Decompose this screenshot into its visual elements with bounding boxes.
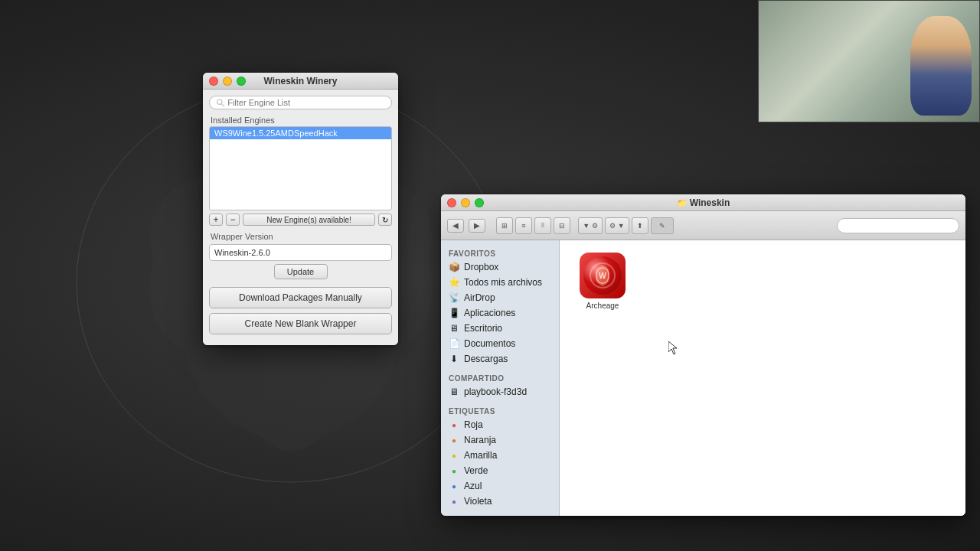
sidebar-item-airdrop[interactable]: 📡 AirDrop bbox=[441, 290, 559, 305]
winery-maximize-btn[interactable] bbox=[237, 77, 246, 86]
engines-section-label: Installed Engines bbox=[209, 116, 392, 125]
finder-toolbar: ◀ ▶ ⊞ ≡ ⫴ ⊟ ▼ ⚙ ⚙ ▼ ⬆ ✎ bbox=[441, 211, 965, 240]
sidebar-label-azul: Azul bbox=[464, 481, 482, 491]
engines-section: Installed Engines WS9Wine1.5.25AMDSpeedH… bbox=[209, 116, 392, 226]
archeage-icon-inner: W bbox=[583, 256, 622, 295]
playbook-icon: 🖥 bbox=[449, 386, 459, 397]
sidebar-section-compartido: COMPARTIDO bbox=[441, 371, 559, 384]
finder-title-bar: 📁Wineskin bbox=[441, 194, 965, 211]
update-btn[interactable]: Update bbox=[274, 264, 328, 279]
winery-traffic-lights bbox=[209, 77, 246, 86]
winery-window: Wineskin Winery Installed Engines WS9Win… bbox=[203, 73, 398, 345]
view-icon-btn[interactable]: ⊞ bbox=[496, 217, 513, 234]
download-packages-btn[interactable]: Download Packages Manually bbox=[209, 287, 392, 308]
sidebar-section-favoritos: FAVORITOS bbox=[441, 246, 559, 259]
sidebar-section-etiquetas: ETIQUETAS bbox=[441, 404, 559, 417]
roja-icon: ● bbox=[449, 419, 459, 430]
finder-arrange-btn[interactable]: ▼ ⚙ bbox=[578, 217, 603, 234]
dropbox-icon: 📦 bbox=[449, 262, 459, 272]
naranja-icon: ● bbox=[449, 435, 459, 445]
sidebar-label-escritorio: Escritorio bbox=[464, 323, 502, 334]
finder-close-btn[interactable] bbox=[447, 198, 456, 207]
sidebar-item-verde[interactable]: ● Verde bbox=[441, 463, 559, 478]
webcam-overlay bbox=[758, 0, 980, 122]
sidebar-label-verde: Verde bbox=[464, 465, 488, 476]
add-engine-btn[interactable]: + bbox=[209, 214, 223, 226]
documentos-icon: 📄 bbox=[449, 338, 459, 349]
version-input[interactable] bbox=[209, 244, 392, 261]
winery-title-bar: Wineskin Winery bbox=[203, 73, 398, 90]
sidebar-item-amarilla[interactable]: ● Amarilla bbox=[441, 448, 559, 463]
sidebar-label-descargas: Descargas bbox=[464, 354, 508, 364]
search-icon bbox=[216, 98, 224, 107]
amarilla-icon: ● bbox=[449, 450, 459, 461]
finder-maximize-btn[interactable] bbox=[475, 198, 484, 207]
remove-engine-btn[interactable]: − bbox=[226, 214, 240, 226]
sidebar-item-aplicaciones[interactable]: 📱 Aplicaciones bbox=[441, 305, 559, 321]
sidebar-item-dropbox[interactable]: 📦 Dropbox bbox=[441, 259, 559, 275]
sidebar-label-documentos: Documentos bbox=[464, 338, 515, 349]
sidebar-item-violeta[interactable]: ● Violeta bbox=[441, 494, 559, 509]
wrapper-version-label: Wrapper Version bbox=[209, 232, 392, 241]
finder-action-buttons: ▼ ⚙ ⚙ ▼ ⬆ ✎ bbox=[578, 217, 674, 234]
sidebar-item-escritorio[interactable]: 🖥 Escritorio bbox=[441, 321, 559, 336]
winery-minimize-btn[interactable] bbox=[223, 77, 232, 86]
file-archeage[interactable]: W Archeage bbox=[572, 253, 633, 310]
sidebar-label-naranja: Naranja bbox=[464, 435, 496, 445]
archeage-icon: W bbox=[580, 253, 626, 298]
winery-close-btn[interactable] bbox=[209, 77, 218, 86]
sidebar-item-playbook[interactable]: 🖥 playbook-f3d3d bbox=[441, 384, 559, 399]
engines-toolbar: + − New Engine(s) available! ↻ bbox=[209, 214, 392, 226]
view-list-btn[interactable]: ≡ bbox=[515, 217, 532, 234]
wineskin-logo-svg: W bbox=[588, 261, 617, 290]
sidebar-label-violeta: Violeta bbox=[464, 496, 492, 507]
engines-list[interactable]: WS9Wine1.5.25AMDSpeedHack bbox=[209, 126, 392, 210]
finder-sidebar: FAVORITOS 📦 Dropbox ⭐ Todos mis archivos… bbox=[441, 240, 560, 516]
winery-body: Installed Engines WS9Wine1.5.25AMDSpeedH… bbox=[203, 90, 398, 345]
finder-share-btn[interactable]: ⬆ bbox=[632, 217, 648, 234]
finder-edit-btn[interactable]: ✎ bbox=[651, 217, 674, 234]
finder-forward-btn[interactable]: ▶ bbox=[469, 219, 485, 233]
finder-main-area: W Archeage bbox=[560, 240, 965, 516]
refresh-btn[interactable]: ↻ bbox=[378, 214, 392, 226]
sidebar-label-roja: Roja bbox=[464, 419, 483, 430]
todos-icon: ⭐ bbox=[449, 277, 459, 288]
finder-window: 📁Wineskin ◀ ▶ ⊞ ≡ ⫴ ⊟ ▼ ⚙ ⚙ ▼ ⬆ ✎ FAVORI… bbox=[441, 194, 965, 516]
escritorio-icon: 🖥 bbox=[449, 323, 459, 334]
svg-line-2 bbox=[221, 104, 224, 106]
sidebar-item-descargas[interactable]: ⬇ Descargas bbox=[441, 351, 559, 367]
create-wrapper-btn[interactable]: Create New Blank Wrapper bbox=[209, 313, 392, 334]
descargas-icon: ⬇ bbox=[449, 354, 459, 364]
archeage-label: Archeage bbox=[586, 302, 619, 310]
finder-back-btn[interactable]: ◀ bbox=[447, 219, 464, 233]
sidebar-label-dropbox: Dropbox bbox=[464, 262, 498, 272]
finder-title: 📁Wineskin bbox=[677, 197, 730, 208]
verde-icon: ● bbox=[449, 465, 459, 476]
sidebar-label-todos: Todos mis archivos bbox=[464, 277, 542, 288]
svg-text:W: W bbox=[599, 272, 606, 280]
new-engines-btn[interactable]: New Engine(s) available! bbox=[243, 214, 375, 226]
sidebar-item-todos[interactable]: ⭐ Todos mis archivos bbox=[441, 275, 559, 290]
finder-view-buttons: ⊞ ≡ ⫴ ⊟ bbox=[496, 217, 570, 234]
azul-icon: ● bbox=[449, 481, 459, 491]
sidebar-label-playbook: playbook-f3d3d bbox=[464, 386, 527, 397]
aplicaciones-icon: 📱 bbox=[449, 308, 459, 318]
sidebar-item-documentos[interactable]: 📄 Documentos bbox=[441, 336, 559, 351]
filter-engine-input[interactable] bbox=[227, 98, 385, 107]
finder-search-input[interactable] bbox=[837, 218, 959, 233]
sidebar-label-aplicaciones: Aplicaciones bbox=[464, 308, 515, 318]
search-bar[interactable] bbox=[209, 96, 392, 109]
sidebar-label-amarilla: Amarilla bbox=[464, 450, 497, 461]
airdrop-icon: 📡 bbox=[449, 292, 459, 303]
sidebar-item-azul[interactable]: ● Azul bbox=[441, 478, 559, 494]
finder-minimize-btn[interactable] bbox=[461, 198, 470, 207]
view-cover-btn[interactable]: ⊟ bbox=[554, 217, 570, 234]
view-column-btn[interactable]: ⫴ bbox=[534, 217, 551, 234]
sidebar-item-roja[interactable]: ● Roja bbox=[441, 417, 559, 432]
finder-action-btn[interactable]: ⚙ ▼ bbox=[605, 217, 629, 234]
winery-title: Wineskin Winery bbox=[264, 76, 338, 86]
finder-traffic-lights bbox=[447, 198, 484, 207]
violeta-icon: ● bbox=[449, 496, 459, 507]
sidebar-item-naranja[interactable]: ● Naranja bbox=[441, 432, 559, 448]
engine-item[interactable]: WS9Wine1.5.25AMDSpeedHack bbox=[210, 127, 391, 139]
